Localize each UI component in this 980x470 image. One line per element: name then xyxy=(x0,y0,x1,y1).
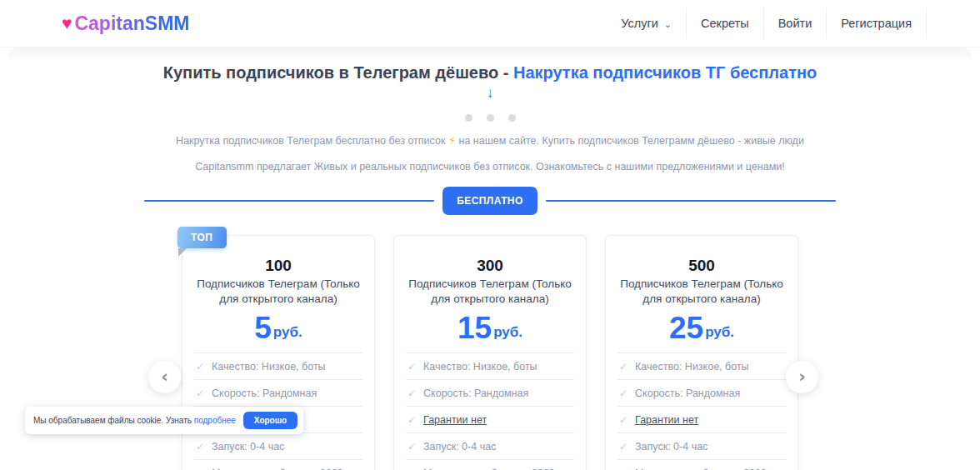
feature-row: ✓Скорость: Рандомная xyxy=(406,380,574,407)
feature-row: ✓Максимальный заказ: 3000 xyxy=(618,460,786,470)
heart-icon: ♥ xyxy=(62,13,72,33)
feature-row: ✓Качество: Низкое, боты xyxy=(406,352,574,380)
carousel-next-button[interactable]: › xyxy=(786,361,818,393)
check-icon: ✓ xyxy=(196,441,204,452)
feature-row: ✓Запуск: 0-4 час xyxy=(194,433,362,460)
feature-row: ✓Скорость: Рандомная xyxy=(194,380,362,407)
check-icon: ✓ xyxy=(408,388,416,399)
carousel-dot[interactable] xyxy=(508,114,516,122)
arrow-down-icon: ↓ xyxy=(0,86,980,100)
check-icon: ✓ xyxy=(619,361,628,372)
price-number: 25 xyxy=(669,315,703,341)
feature-row: ✓Максимальный заказ: 3000 xyxy=(406,460,574,470)
card-price: 15 руб. xyxy=(394,315,586,341)
feature-list: ✓Качество: Низкое, боты ✓Скорость: Рандо… xyxy=(406,352,574,470)
carousel-dots xyxy=(0,114,980,122)
check-icon: ✓ xyxy=(408,414,416,426)
card-price: 5 руб. xyxy=(182,315,374,341)
check-icon: ✓ xyxy=(619,414,628,426)
chevron-left-icon: ‹ xyxy=(161,367,168,387)
page: ♥ CapitanSMM Услуги ⌄ Секреты Войти Реги… xyxy=(0,0,980,470)
free-divider-row: БЕСПЛАТНО xyxy=(0,187,980,215)
check-icon: ✓ xyxy=(408,441,416,452)
feature-row-guarantee[interactable]: ✓Гарантии нет xyxy=(618,407,786,433)
feature-row: ✓Качество: Низкое, боты xyxy=(194,352,362,380)
nav-services-label: Услуги xyxy=(621,17,658,30)
pricing-cards: ТОП 100 Подписчиков Телеграм (Только для… xyxy=(0,235,980,470)
check-icon: ✓ xyxy=(196,468,204,470)
nav-divider xyxy=(926,8,927,39)
chevron-right-icon: › xyxy=(798,367,806,387)
carousel-dot[interactable] xyxy=(487,114,494,122)
hero-section: Купить подписчиков в Телеграм дёшево - Н… xyxy=(0,63,980,215)
check-icon: ✓ xyxy=(196,388,204,399)
pricing-card-500[interactable]: 500 Подписчиков Телеграм (Только для отк… xyxy=(605,235,798,470)
main-nav: Услуги ⌄ Секреты Войти Регистрация xyxy=(607,8,927,39)
nav-item-services[interactable]: Услуги ⌄ xyxy=(607,17,686,30)
cookie-banner: Мы обрабатываем файлы cookie. Узнать под… xyxy=(25,407,303,434)
check-icon: ✓ xyxy=(408,361,416,372)
feature-row: ✓Запуск: 0-4 час xyxy=(406,433,574,460)
feature-list: ✓Качество: Низкое, боты ✓Скорость: Рандо… xyxy=(618,352,786,470)
check-icon: ✓ xyxy=(196,361,204,372)
pricing-card-100[interactable]: ТОП 100 Подписчиков Телеграм (Только для… xyxy=(182,235,375,470)
carousel-prev-button[interactable]: ‹ xyxy=(148,361,181,393)
pricing-card-300[interactable]: 300 Подписчиков Телеграм (Только для отк… xyxy=(393,235,587,470)
check-icon: ✓ xyxy=(619,441,628,452)
nav-item-login[interactable]: Войти xyxy=(764,17,827,30)
card-subtitle: Подписчиков Телеграм (Только для открыто… xyxy=(193,277,364,307)
card-quantity: 500 xyxy=(606,257,798,275)
top-badge: ТОП xyxy=(178,227,227,248)
page-title-dark: Купить подписчиков в Телеграм дёшево - xyxy=(163,63,513,82)
logo-text: CapitanSMM xyxy=(74,12,189,35)
cookie-accept-button[interactable]: Хорошо xyxy=(243,412,298,429)
nav-item-secrets[interactable]: Секреты xyxy=(687,17,763,30)
page-title: Купить подписчиков в Телеграм дёшево - Н… xyxy=(0,63,980,82)
card-price: 25 руб. xyxy=(606,315,798,341)
logo[interactable]: ♥ CapitanSMM xyxy=(62,12,189,35)
card-subtitle: Подписчиков Телеграм (Только для открыто… xyxy=(617,277,788,307)
hero-paragraph-1: Накрутка подписчиков Телеграм бесплатно … xyxy=(0,134,980,148)
nav-login-label: Войти xyxy=(778,17,812,30)
check-icon: ✓ xyxy=(408,468,416,470)
feature-row: ✓Скорость: Рандомная xyxy=(618,380,786,407)
check-icon: ✓ xyxy=(619,468,628,470)
free-button[interactable]: БЕСПЛАТНО xyxy=(442,187,537,215)
feature-row: ✓Запуск: 0-4 час xyxy=(618,433,786,460)
feature-row: ✓Максимальный заказ: 3000 xyxy=(194,460,362,470)
header: ♥ CapitanSMM Услуги ⌄ Секреты Войти Реги… xyxy=(0,0,980,48)
divider-line-left xyxy=(144,200,434,202)
price-currency: руб. xyxy=(705,324,734,341)
price-currency: руб. xyxy=(273,324,302,341)
feature-row-guarantee[interactable]: ✓Гарантии нет xyxy=(406,407,574,433)
section-top-band xyxy=(8,48,972,58)
nav-secrets-label: Секреты xyxy=(701,17,749,30)
card-subtitle: Подписчиков Телеграм (Только для открыто… xyxy=(405,277,576,307)
check-icon: ✓ xyxy=(619,388,628,399)
page-title-link[interactable]: Накрутка подписчиков ТГ бесплатно xyxy=(513,63,817,82)
hero-paragraph-2: Capitansmm предлагает Живых и реальных п… xyxy=(0,161,980,173)
divider-line-right xyxy=(546,200,836,202)
cookie-text: Мы обрабатываем файлы cookie. Узнать под… xyxy=(33,416,236,425)
price-number: 15 xyxy=(458,315,492,341)
card-quantity: 300 xyxy=(394,257,586,275)
feature-row: ✓Качество: Низкое, боты xyxy=(618,352,786,380)
chevron-down-icon: ⌄ xyxy=(664,19,672,30)
price-currency: руб. xyxy=(493,324,522,341)
carousel-dot[interactable] xyxy=(465,114,472,122)
price-number: 5 xyxy=(254,315,272,341)
lightning-icon: ⚡ xyxy=(448,134,456,147)
nav-item-register[interactable]: Регистрация xyxy=(827,17,926,30)
card-quantity: 100 xyxy=(182,257,374,275)
nav-register-label: Регистрация xyxy=(841,17,912,30)
cookie-details-link[interactable]: подробнее xyxy=(194,416,236,425)
